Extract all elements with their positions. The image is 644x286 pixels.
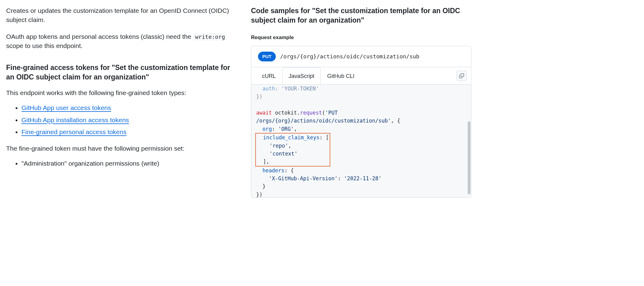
list-item: GitHub App user access tokens bbox=[21, 103, 233, 113]
tab-curl[interactable]: cURL bbox=[256, 68, 282, 85]
token-link-list: GitHub App user access tokens GitHub App… bbox=[21, 103, 233, 137]
token-link-2[interactable]: Fine-grained personal access tokens bbox=[21, 128, 126, 135]
copy-icon bbox=[459, 73, 464, 78]
list-item: Fine-grained personal access tokens bbox=[21, 127, 233, 137]
scrollbar[interactable] bbox=[468, 121, 470, 194]
perm-intro: The fine-grained token must have the fol… bbox=[6, 144, 233, 153]
tab-javascript[interactable]: JavaScript bbox=[282, 68, 321, 85]
request-example-label: Request example bbox=[251, 34, 471, 42]
oauth-text: OAuth app tokens and personal access tok… bbox=[6, 32, 233, 51]
list-item: GitHub App installation access tokens bbox=[21, 115, 233, 125]
left-column: Creates or updates the customization tem… bbox=[6, 6, 239, 198]
tabs-row: cURL JavaScript GitHub CLI bbox=[251, 67, 471, 84]
perm-list: "Administration" organization permission… bbox=[21, 159, 233, 168]
copy-button[interactable] bbox=[456, 71, 467, 81]
perm-item: "Administration" organization permission… bbox=[21, 159, 233, 168]
code-content: auth: 'YOUR-TOKEN' }) await octokit.requ… bbox=[256, 85, 466, 197]
endpoint-path: /orgs/{org}/actions/oidc/customization/s… bbox=[280, 52, 419, 61]
token-link-0[interactable]: GitHub App user access tokens bbox=[21, 104, 111, 111]
right-column: Code samples for "Set the customization … bbox=[251, 6, 471, 198]
method-row: PUT /orgs/{org}/actions/oidc/customizati… bbox=[251, 46, 471, 68]
scope-code: write:org bbox=[193, 33, 227, 41]
oauth-pre: OAuth app tokens and personal access tok… bbox=[6, 33, 193, 40]
code-samples-heading: Code samples for "Set the customization … bbox=[251, 6, 471, 25]
tab-github-cli[interactable]: GitHub CLI bbox=[321, 68, 361, 85]
code-panel[interactable]: auth: 'YOUR-TOKEN' }) await octokit.requ… bbox=[251, 84, 471, 197]
oauth-post: scope to use this endpoint. bbox=[6, 42, 83, 49]
code-sample-box: PUT /orgs/{org}/actions/oidc/customizati… bbox=[251, 46, 471, 198]
highlighted-param: include_claim_keys: [ 'repo', 'context' … bbox=[255, 133, 330, 166]
token-types-intro: This endpoint works with the following f… bbox=[6, 88, 233, 98]
token-link-1[interactable]: GitHub App installation access tokens bbox=[21, 116, 129, 123]
fine-grained-heading: Fine-grained access tokens for "Set the … bbox=[6, 63, 233, 82]
http-method-badge: PUT bbox=[258, 52, 276, 62]
intro-text: Creates or updates the customization tem… bbox=[6, 6, 233, 25]
